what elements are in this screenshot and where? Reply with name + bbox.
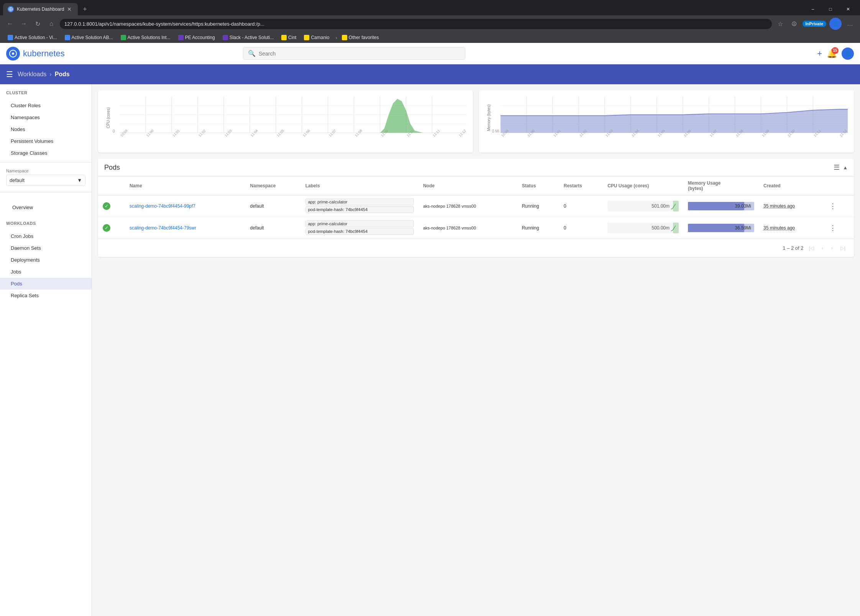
sidebar-item-nodes[interactable]: Nodes <box>0 123 92 135</box>
favorites-button[interactable]: ☮ <box>789 18 799 29</box>
pod-created-cell-2: 35 minutes ago <box>759 217 824 239</box>
memory-chart-card: Memory (bytes) 0 Mi <box>479 90 854 152</box>
app-header: kubernetes 🔍 + 🔔 15 👤 <box>0 43 860 64</box>
namespace-select[interactable]: default ▼ <box>6 175 85 186</box>
hamburger-menu-button[interactable]: ☰ <box>6 70 13 79</box>
back-button[interactable]: ← <box>5 18 15 29</box>
more-bookmarks-button[interactable]: › <box>335 35 337 41</box>
settings-button[interactable]: … <box>845 18 855 29</box>
next-page-button[interactable]: › <box>829 244 835 252</box>
bookmark-icon <box>178 35 184 40</box>
sidebar-item-storage-classes[interactable]: Storage Classes <box>0 147 92 159</box>
home-button[interactable]: ⌂ <box>46 18 57 29</box>
bookmark-icon <box>8 35 13 40</box>
maximize-button[interactable]: □ <box>822 3 839 15</box>
prev-page-button[interactable]: ‹ <box>819 244 826 252</box>
chevron-down-icon: ▼ <box>77 177 82 183</box>
bookmark-camanio[interactable]: Camanio <box>301 34 332 41</box>
new-tab-button[interactable]: + <box>79 4 90 15</box>
last-page-button[interactable]: ▷| <box>838 244 848 252</box>
inprivate-badge: InPrivate <box>803 21 826 27</box>
close-window-button[interactable]: ✕ <box>839 3 857 15</box>
pod-labels-cell-1: app: prime-calculator pod-template-hash:… <box>301 195 419 217</box>
sidebar-item-jobs[interactable]: Jobs <box>0 266 92 278</box>
forward-button[interactable]: → <box>18 18 29 29</box>
sidebar-cluster-section: Cluster <box>0 84 92 100</box>
bookmark-label: Other favorites <box>349 35 379 40</box>
main-layout: Cluster Cluster Roles Namespaces Nodes P… <box>0 84 860 616</box>
running-status-icon-2: ✓ <box>103 224 110 232</box>
bookmark-slack[interactable]: Slack - Active Soluti... <box>220 34 277 41</box>
sidebar-item-namespaces[interactable]: Namespaces <box>0 111 92 123</box>
label-chip-1a: app: prime-calculator <box>305 198 414 205</box>
pod-namespace-cell-1: default <box>246 195 301 217</box>
sidebar-item-cron-jobs[interactable]: Cron Jobs <box>0 230 92 242</box>
search-input[interactable] <box>259 51 460 57</box>
tab-title: Kubernetes Dashboard <box>17 7 64 12</box>
bookmark-active-solution-vi[interactable]: Active Solution - Vi... <box>5 34 60 41</box>
row-menu-button-2[interactable]: ⋮ <box>828 223 838 233</box>
minimize-button[interactable]: – <box>804 3 822 15</box>
add-button[interactable]: + <box>817 49 822 59</box>
filter-icon[interactable]: ☰ <box>834 163 840 172</box>
sidebar-item-overview[interactable]: Overview <box>6 202 85 213</box>
mem-chart-svg <box>501 97 848 133</box>
first-page-button[interactable]: |◁ <box>807 244 816 252</box>
col-memory: Memory Usage(bytes) <box>683 177 759 195</box>
col-status <box>98 177 125 195</box>
mem-usage-bar-2: 36.59Mi <box>688 224 754 232</box>
sidebar-item-cluster-roles[interactable]: Cluster Roles <box>0 100 92 111</box>
bookmark-icon <box>223 35 228 40</box>
bookmark-active-solutions-int[interactable]: Active Solutions Int... <box>118 34 174 41</box>
sidebar: Cluster Cluster Roles Namespaces Nodes P… <box>0 84 92 616</box>
kubernetes-icon <box>6 47 20 61</box>
svg-marker-17 <box>371 99 423 133</box>
notification-button[interactable]: 🔔 15 <box>827 49 837 59</box>
pagination: 1 – 2 of 2 |◁ ‹ › ▷| <box>98 239 854 257</box>
user-profile-button[interactable]: 👤 <box>829 18 842 30</box>
sidebar-item-persistent-volumes[interactable]: Persistent Volumes <box>0 135 92 147</box>
sidebar-item-deployments[interactable]: Deployments <box>0 254 92 266</box>
address-input[interactable] <box>60 19 772 29</box>
mem-usage-bar-1: 39.03Mi <box>688 202 754 210</box>
refresh-button[interactable]: ↻ <box>32 18 43 29</box>
bookmark-active-solution-ab[interactable]: Active Solution AB... <box>62 34 116 41</box>
bookmark-folder-icon <box>342 35 347 40</box>
created-text-2: 35 minutes ago <box>763 225 795 231</box>
pod-node-cell-1: aks-nodepo 178628 vmss00 <box>419 195 517 217</box>
sidebar-item-pods[interactable]: Pods <box>0 278 92 290</box>
kube-logo[interactable]: kubernetes <box>6 47 65 61</box>
cpu-ylabel: CPU (cores) <box>106 107 110 128</box>
sidebar-divider-1 <box>0 162 92 162</box>
mem-zero-label: 0 Mi <box>492 129 499 133</box>
pod-namespace-cell-2: default <box>246 217 301 239</box>
user-avatar-button[interactable]: 👤 <box>842 48 854 60</box>
browser-tab-active[interactable]: Kubernetes Dashboard ✕ <box>3 3 78 15</box>
tab-close-button[interactable]: ✕ <box>67 6 72 12</box>
table-row: ✓ scaling-demo-74bc9f4454-79swr default … <box>98 217 854 239</box>
row-menu-button-1[interactable]: ⋮ <box>828 202 838 211</box>
col-node: Node <box>419 177 517 195</box>
col-labels: Labels <box>301 177 419 195</box>
cpu-chart-svg <box>120 97 467 133</box>
search-icon: 🔍 <box>248 50 256 57</box>
bookmark-cint[interactable]: Cint <box>278 34 299 41</box>
bookmark-other-favorites[interactable]: Other favorites <box>339 34 382 41</box>
pod-name-link-2[interactable]: scaling-demo-74bc9f4454-79swr <box>130 225 196 231</box>
collapse-icon[interactable]: ▲ <box>843 165 848 170</box>
notification-badge: 15 <box>832 47 839 54</box>
sidebar-item-daemon-sets[interactable]: Daemon Sets <box>0 242 92 254</box>
sidebar-item-replica-sets[interactable]: Replica Sets <box>0 290 92 301</box>
cpu-usage-bar-2: 500.00m <box>607 223 679 233</box>
col-namespace: Namespace <box>246 177 301 195</box>
pod-menu-cell-1: ⋮ <box>823 195 854 217</box>
bookmark-star-button[interactable]: ☆ <box>775 18 786 29</box>
pod-state-cell-1: Running <box>517 195 559 217</box>
mem-ylabel: Memory (bytes) <box>487 104 491 131</box>
bookmark-pe-accounting[interactable]: PE Accounting <box>175 34 218 41</box>
col-status-text: Status <box>517 177 559 195</box>
pod-name-link-1[interactable]: scaling-demo-74bc9f4454-99pf7 <box>130 203 195 209</box>
window-controls: – □ ✕ <box>804 3 857 15</box>
breadcrumb-workloads[interactable]: Workloads <box>18 71 46 78</box>
pod-name-cell-1: scaling-demo-74bc9f4454-99pf7 <box>125 195 246 217</box>
